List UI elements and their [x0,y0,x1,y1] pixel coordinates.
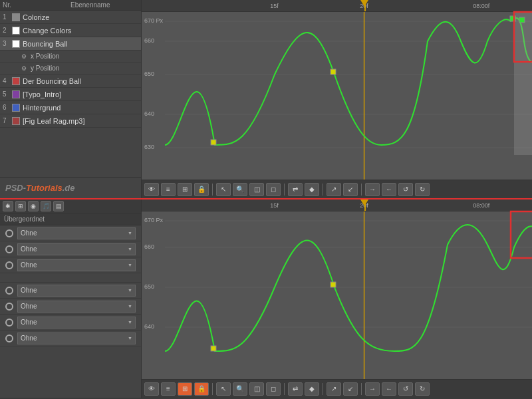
toolbar-frame2-b[interactable]: ◻ [266,382,281,396]
param-spacer [0,273,141,283]
toolbar-zoom-b[interactable]: 🔍 [233,382,247,396]
graph-area-top: 15f 20f 08:00f 670 Px 660 650 640 630 [142,0,532,198]
mini-toolbar-btn[interactable]: 🎵 [41,201,51,211]
layer-row-bouncing-ball[interactable]: 3 Bouncing Ball [0,37,141,51]
toolbar-lock-b[interactable]: 🔒 [194,382,209,396]
gear-icon: ⚙ [20,65,28,72]
toolbar-lock[interactable]: 🔒 [194,183,209,196]
num-col-header: Nr. [3,1,70,9]
sidebar-bottom: ✱ ⊞ ◉ 🎵 ▤ Übergeordnet Ohne Ohne Ohne Oh… [0,200,142,398]
toolbar-ease3[interactable]: ↺ [398,183,413,196]
layer-row[interactable]: 1 Colorize [0,11,141,24]
param-dropdown[interactable]: Ohne [17,332,136,344]
mini-toolbar-btn[interactable]: ✱ [3,201,13,211]
layer-name: Bouncing Ball [23,40,67,48]
separator [284,383,285,395]
layer-num: 1 [3,13,12,21]
param-dropdown[interactable]: Ohne [17,227,136,239]
timeline-header-top: 15f 20f 08:00f [142,0,532,12]
param-row: Ohne [0,299,141,315]
param-circle [5,334,13,342]
layer-row[interactable]: 7 [Fig Leaf Rag.mp3] [0,114,141,128]
toolbar-frame2[interactable]: ◻ [266,183,281,196]
graph-grid-bottom [142,211,532,379]
toolbar-list[interactable]: ≡ [161,183,176,196]
toolbar-list-b[interactable]: ≡ [161,382,176,396]
sidebar-header: Nr. Ebenenname [0,0,141,11]
separator [323,383,323,395]
toolbar-top: 👁 ≡ ⊞ 🔒 ↖ 🔍 ◫ ◻ ⇄ ◆ ↗ ↙ → ← ↺ ↻ [142,180,532,198]
param-dropdown[interactable]: Ohne [17,243,136,255]
playhead-marker [360,0,368,7]
toolbar-ease2-b[interactable]: ← [382,382,396,396]
toolbar-arrow-b[interactable]: ↖ [216,382,231,396]
bottom-header-label: Übergeordnet [4,215,45,223]
toolbar-grid[interactable]: ⊞ [178,183,192,196]
logo: PSD-Tutorials.de [0,177,141,198]
toolbar-frame1[interactable]: ◫ [249,183,264,196]
toolbar-ease4[interactable]: ↻ [415,183,430,196]
mini-toolbar-btn[interactable]: ◉ [28,201,39,211]
toolbar-grid-b[interactable]: ⊞ [178,382,192,396]
toolbar-ease3-b[interactable]: ↺ [398,382,413,396]
layer-name: Hintergrund [23,104,61,112]
param-circle [5,245,13,253]
toolbar-arrow[interactable]: ↖ [216,183,231,196]
toolbar-frame1-b[interactable]: ◫ [249,382,264,396]
toolbar-nav2[interactable]: ↙ [343,183,358,196]
param-row: Ohne [0,241,141,257]
layer-row[interactable]: 4 Der Bouncing Ball [0,74,141,88]
layer-num: 6 [3,104,12,111]
layer-name: [Fig Leaf Rag.mp3] [23,117,85,125]
toolbar-nav1-b[interactable]: ↗ [327,382,341,396]
layer-row[interactable]: 6 Hintergrund [0,101,141,114]
graph-curve-green [165,18,532,145]
sublayer-name: y Position [31,65,59,72]
toolbar-diamond[interactable]: ◆ [305,183,319,196]
timeline-mark-15f: 15f [270,3,279,9]
toolbar-ease4-b[interactable]: ↻ [415,382,430,396]
zoom-region [514,12,532,155]
param-dropdown[interactable]: Ohne [17,285,136,297]
kf-bottom [211,346,216,351]
sublayer-y-position[interactable]: ⚙ y Position [0,63,141,74]
param-dropdown[interactable]: Ohne [17,259,136,271]
layer-row[interactable]: 5 [Typo_Intro] [0,88,141,101]
gear-icon: ⚙ [20,53,28,61]
layer-color [12,117,20,125]
toolbar-nav1[interactable]: ↗ [327,183,341,196]
layer-num: 4 [3,77,12,84]
toolbar-eye[interactable]: 👁 [144,183,159,196]
toolbar-ease2[interactable]: ← [382,183,396,196]
toolbar-eye-b[interactable]: 👁 [144,382,159,396]
mini-toolbar-btn[interactable]: ⊞ [15,201,26,211]
toolbar-bottom: 👁 ≡ ⊞ 🔒 ↖ 🔍 ◫ ◻ ⇄ ◆ ↗ ↙ → ← ↺ ↻ [142,379,532,398]
keyframe-in-box [519,17,525,23]
separator [361,184,362,196]
toolbar-nav2-b[interactable]: ↙ [343,382,358,396]
param-circle [5,303,13,311]
toolbar-ease1-b[interactable]: → [365,382,380,396]
param-dropdown[interactable]: Ohne [17,317,136,329]
layer-num: 5 [3,90,12,98]
sublayer-x-position[interactable]: ⚙ x Position [0,51,141,63]
toolbar-diamond-b[interactable]: ◆ [305,382,319,396]
layer-color [12,90,20,98]
mini-toolbar-btn[interactable]: ▤ [53,201,64,211]
toolbar-action1-b[interactable]: ⇄ [288,382,303,396]
toolbar-ease1[interactable]: → [365,183,380,196]
layer-name: Change Colors [23,27,71,35]
graph-grid-top [142,12,532,180]
param-dropdown[interactable]: Ohne [17,301,136,313]
separator [361,383,362,395]
layer-num: 2 [3,27,12,34]
separator [284,184,285,196]
bottom-sidebar-header: Übergeordnet [0,213,141,225]
layer-row[interactable]: 2 Change Colors [0,24,141,37]
toolbar-zoom[interactable]: 🔍 [233,183,247,196]
graph-area-bottom: 15f 20f 08:00f 670 Px 660 650 640 [142,200,532,398]
layer-num: 3 [3,40,12,47]
timeline-mark-8f-b: 08:00f [473,202,489,209]
kf-bottom [331,282,336,287]
toolbar-action1[interactable]: ⇄ [288,183,303,196]
